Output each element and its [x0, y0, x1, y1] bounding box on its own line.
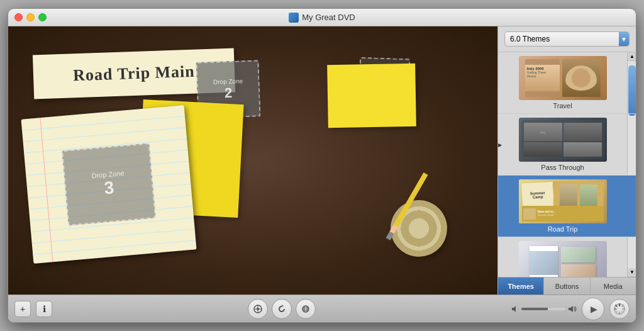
theme-thumbnail-reflection — [519, 241, 607, 277]
refresh-icon — [277, 305, 286, 313]
dropdown-label: 6.0 Themes — [510, 35, 550, 43]
tab-media[interactable]: Media — [591, 278, 636, 295]
right-panel: 6.0 Themes ▼ ▲ ▼ — [497, 26, 636, 295]
info-button[interactable]: ℹ — [36, 301, 52, 317]
tape-roll — [391, 200, 447, 257]
theme-list: ▲ ▼ Italy 2006 Gettin — [498, 52, 636, 277]
play-arrow-icon: ▶ — [498, 142, 502, 147]
theme-item-travel[interactable]: Italy 2006 Getting There Venice — [498, 52, 636, 114]
globe-button[interactable] — [296, 299, 316, 319]
globe-icon — [301, 305, 310, 313]
volume-high-icon — [568, 305, 577, 313]
main-content: Road Trip Main Drop Zone 2 Drop Zone 1 — [8, 26, 636, 295]
volume-slider[interactable] — [521, 308, 565, 310]
refresh-button[interactable] — [272, 299, 292, 319]
volume-control — [511, 305, 577, 313]
add-button[interactable]: + — [14, 301, 31, 317]
title-card-text: Road Trip Main — [73, 62, 196, 86]
panel-header: 6.0 Themes ▼ — [498, 26, 636, 52]
thumb-reflection-bg — [519, 241, 607, 277]
play-button[interactable]: ▶ — [582, 298, 604, 320]
theme-thumbnail-passthrough: img — [519, 118, 607, 162]
theme-thumbnail-travel: Italy 2006 Getting There Venice — [519, 56, 607, 100]
theme-name-roadtrip: Road Trip — [502, 225, 623, 233]
svg-marker-11 — [569, 306, 573, 312]
theme-item-roadtrip[interactable]: SummerCamp Now we're... — [498, 176, 636, 237]
themes-dropdown[interactable]: 6.0 Themes ▼ — [504, 31, 630, 47]
app-icon — [289, 13, 299, 23]
theme-item-passthrough[interactable]: ▶ img — [498, 114, 636, 176]
thumb-travel-bg: Italy 2006 Getting There Venice — [519, 56, 607, 100]
preview-area: Road Trip Main Drop Zone 2 Drop Zone 1 — [8, 26, 497, 295]
dz2-label: Drop Zone — [213, 77, 243, 86]
tab-themes[interactable]: Themes — [498, 278, 544, 295]
window-title: My Great DVD — [289, 13, 355, 23]
thumb-roadtrip-bg: SummerCamp Now we're... — [519, 179, 607, 223]
main-window: My Great DVD Road Trip Main Drop Zone 2 … — [8, 8, 636, 323]
theme-name-passthrough: Pass Through — [502, 164, 623, 171]
traffic-lights — [14, 13, 47, 21]
titlebar: My Great DVD — [8, 9, 636, 26]
preview-canvas: Road Trip Main Drop Zone 2 Drop Zone 1 — [8, 26, 497, 295]
theme-thumbnail-roadtrip: SummerCamp Now we're... — [519, 179, 607, 223]
svg-marker-10 — [512, 306, 516, 312]
play-icon: ▶ — [591, 304, 597, 314]
volume-low-icon — [511, 305, 519, 313]
network-button[interactable] — [248, 299, 268, 319]
svg-marker-4 — [282, 305, 284, 306]
transport-controls — [248, 299, 316, 319]
minimize-button[interactable] — [26, 13, 35, 21]
bottom-toolbar: + ℹ — [8, 295, 636, 322]
close-button[interactable] — [14, 13, 23, 21]
network-icon — [253, 305, 262, 313]
notebook: Drop Zone 3 — [21, 105, 196, 264]
dropdown-arrow-icon: ▼ — [619, 32, 629, 46]
spinner-button[interactable] — [609, 299, 630, 319]
drop-zone-3[interactable]: Drop Zone 3 — [62, 143, 156, 226]
title-label: My Great DVD — [302, 13, 355, 22]
maximize-button[interactable] — [38, 13, 47, 21]
spinner-icon — [613, 303, 626, 315]
dz2-number: 2 — [225, 84, 233, 101]
thumb-passthrough-bg: img — [519, 118, 607, 162]
sticky-note-2 — [327, 64, 416, 128]
dz3-number: 3 — [103, 177, 114, 198]
tab-buttons[interactable]: Buttons — [544, 278, 590, 295]
theme-name-travel: Travel — [502, 102, 623, 109]
theme-item-reflection[interactable]: Reflection White — [498, 237, 636, 277]
panel-tabs: Themes Buttons Media — [498, 277, 636, 295]
